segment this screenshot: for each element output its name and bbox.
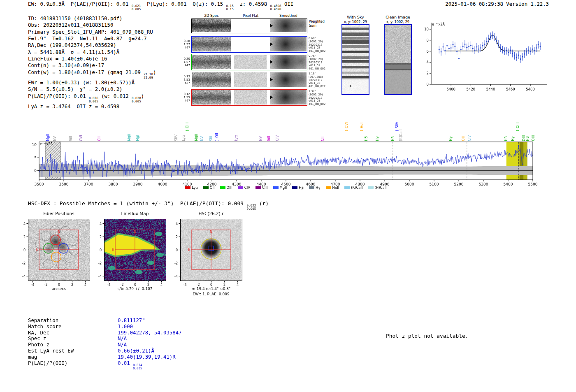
row-annotation: 1.37" (1002, 29) 20220312 v011_03 401_RU… (309, 90, 325, 106)
match-row: mag19.40(19.39,19.41)R (28, 354, 181, 360)
stacked-fraction: 0.0240.005 (133, 364, 142, 370)
match-row: RA, Dec199.042278, 54.035847 (28, 330, 181, 336)
clean-image-canvas (385, 25, 411, 94)
legend-item: HeII (326, 186, 339, 190)
lineflux-caption: s/b: 5.79 +/- 0.107 (104, 287, 166, 291)
legend-swatch (368, 186, 374, 189)
legend-swatch (255, 186, 261, 189)
col-header-pixelflat: Pixel Flat (233, 14, 268, 18)
info-line: Cont(w) = 1.80(±0.01)e-17 (gmag 21.09 21… (28, 69, 156, 79)
legend-item: (K)CaII (344, 186, 362, 190)
fiber-xlabel: arcsecs (28, 287, 90, 291)
legend-item: Lyα (185, 186, 198, 190)
legend-swatch (185, 186, 190, 189)
match-row: Spec zN/A (28, 336, 181, 342)
with-sky-title: With Sky (340, 15, 371, 19)
stacked-fraction: 0.0220.005 (247, 204, 256, 211)
line-label: } HeII (360, 121, 364, 132)
fiber-positions-title: Fiber Positions (28, 211, 90, 216)
stacked-fraction: 0.150.15 (226, 5, 234, 11)
match-row-value: N/A (118, 342, 127, 348)
match-row-value: 0.811127" (118, 318, 145, 324)
lineflux-map-title: Lineflux Map (104, 211, 166, 216)
match-table: Separation0.811127"Match score1.000RA, D… (28, 318, 181, 370)
legend-item: OII (203, 186, 215, 190)
clean-image-title: Clean Image (382, 15, 413, 19)
col-header-smoothed: Smoothed (269, 14, 307, 18)
legend-swatch (238, 186, 243, 189)
with-sky-xy: x, y: 1002, 29 (338, 20, 373, 24)
match-row-label: Separation (28, 318, 118, 324)
hsc-caption-2: EWr: 1. PLAE: 0.009 (180, 292, 242, 296)
elixer-detection-report: EW: 0.9±0.3Å P(LAE)/P(OII): 0.01 0.0210.… (0, 0, 576, 392)
match-row-label: Match score (28, 324, 118, 330)
col-header-2dspec: 2D Spec (191, 14, 232, 18)
row-weight-labels: 0.121.55447 (180, 93, 190, 103)
legend-item: Hγ (309, 186, 320, 190)
legend-item: CIV (238, 186, 250, 190)
info-line: F=1.9" T=0.162 N=1.11 A=0.87 g=24.7 (28, 35, 156, 42)
stacked-fraction: 21.1021.09 (144, 73, 153, 79)
match-row-label: Est LyA rest-EW (28, 348, 118, 354)
info-line: S/N = 5.5(±0.5) χ² = 2.0(±0.2) (28, 86, 156, 93)
line-label: } OIII (185, 123, 189, 132)
row-annotation: 0.76" (1002, 29) 20220312 v011_01 401_RU… (309, 55, 325, 71)
match-row-label: P(LAE)/P(OII) (28, 360, 118, 370)
smooth-thumbnail (270, 19, 307, 32)
info-line: Obs: 20220312v011_4018831150 (28, 22, 156, 28)
match-row-label: Photo z (28, 342, 118, 348)
match-row-label: RA, Dec (28, 330, 118, 336)
info-line: Primary Spec_Slot_IFU_AMP: 401_079_068_R… (28, 29, 156, 35)
clean-image (384, 24, 412, 95)
smooth-thumbnail (270, 37, 307, 51)
hsc-cutout-title: HSC(26.2) r (180, 211, 242, 216)
fiber-positions-plot (17, 218, 91, 287)
legend-label: Lyα (192, 186, 198, 190)
legend-item: OIII (220, 186, 232, 190)
timestamp: 2025-01-06 08:29:38 Version 1.22.3 (445, 1, 549, 7)
legend-label: (H)CaII (375, 186, 387, 190)
match-row-value: 1.000 (118, 324, 133, 330)
spec2d-thumbnail (192, 19, 231, 32)
lineflux-map-plot (93, 218, 167, 287)
match-row: Photo zN/A (28, 342, 181, 348)
stacked-fraction: 0.0260.005 (89, 97, 98, 103)
info-line: EWr = 1.00(±0.33) (w: 1.80(±0.57))Å (28, 79, 156, 86)
photz-note: Phot z plot not available. (386, 333, 468, 339)
row-weight-labels: 0.133.53427 (180, 75, 190, 85)
row-annotation: 0.69" (1002, 29) 20220312 v011_02 401_RU… (309, 37, 325, 53)
legend-label: Hγ (316, 186, 320, 190)
row-weight-labels: 0.201.57447 (180, 57, 190, 67)
clean-image-xy: x, y: 1002, 29 (381, 20, 415, 24)
spec2d-thumbnail (192, 55, 231, 69)
legend-label: CIV (244, 186, 250, 190)
legend-swatch (309, 186, 314, 189)
info-line: ID: 4018831150 (4018831150.pdf) (28, 15, 156, 22)
full-spectrum-plot (16, 138, 555, 190)
with-sky-image (341, 24, 369, 95)
info-line: λ = 5441.88Å σ = 4.11(±1.54)Å (28, 49, 156, 56)
spec2d-thumbnail (192, 72, 231, 87)
smooth-thumbnail (270, 90, 307, 104)
legend-label: CIII (262, 186, 267, 190)
legend-item: (H)CaII (368, 186, 387, 190)
legend-item: MgII (273, 186, 287, 190)
stacked-fraction: 0.45980.4598 (270, 5, 281, 11)
match-row: Est LyA rest-EW0.66(±0.21)Å (28, 348, 181, 354)
flat-thumbnail (234, 55, 267, 69)
legend-label: (K)CaII (351, 186, 362, 190)
info-line: RA,Dec (199.042374,54.035629) (28, 42, 156, 49)
match-row-value: 199.042278, 54.035847 (118, 330, 181, 336)
legend-swatch (273, 186, 279, 189)
smooth-thumbnail (270, 72, 307, 87)
match-row: Match score1.000 (28, 324, 181, 330)
legend-label: OII (210, 186, 215, 190)
info-line: LineFlux = 1.40(±0.46)e-16 (28, 56, 156, 62)
hsc-cutout-plot (170, 218, 243, 287)
line-label: } OVI (344, 122, 348, 132)
legend-swatch (292, 186, 297, 189)
zoom-spectrum-plot (411, 16, 553, 95)
smooth-thumbnail (270, 55, 307, 69)
legend-item: CIII (255, 186, 267, 190)
with-sky-canvas (342, 25, 369, 94)
